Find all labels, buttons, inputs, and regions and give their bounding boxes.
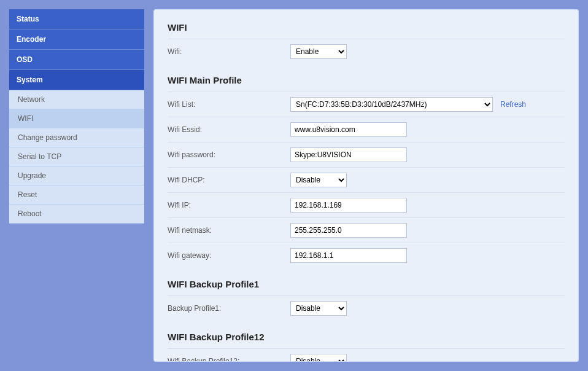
row-wifi-enable: Wifi: Enable (168, 39, 565, 64)
select-wifi-enable[interactable]: Enable (290, 44, 347, 59)
row-wifi-list: Wifi List: Sn(FC:D7:33:5B:D3:30/10dB/243… (168, 92, 565, 117)
select-wifi-dhcp[interactable]: Disable (290, 173, 347, 187)
heading-backup1: WIFI Backup Profile1 (168, 278, 565, 289)
select-backup-profile12[interactable]: Disable (290, 354, 347, 362)
nav-item-reboot[interactable]: Reboot (9, 205, 144, 224)
select-wifi-list[interactable]: Sn(FC:D7:33:5B:D3:30/10dB/2437MHz) (290, 97, 493, 112)
nav-item-wifi[interactable]: WIFI (9, 109, 144, 128)
row-wifi-password: Wifi password: (168, 142, 565, 167)
row-wifi-dhcp: Wifi DHCP: Disable (168, 167, 565, 192)
label-wifi-password: Wifi password: (168, 150, 290, 159)
nav-section-status[interactable]: Status (9, 9, 144, 29)
nav-item-upgrade[interactable]: Upgrade (9, 166, 144, 186)
refresh-link[interactable]: Refresh (500, 100, 526, 109)
input-wifi-ip[interactable] (290, 198, 407, 213)
row-wifi-netmask: Wifi netmask: (168, 217, 565, 243)
input-wifi-essid[interactable] (290, 122, 407, 137)
label-wifi: Wifi: (168, 47, 290, 56)
input-wifi-netmask[interactable] (290, 223, 407, 238)
heading-backup12: WIFI Backup Profile12 (168, 330, 565, 342)
row-backup-profile12: Wifi Backup Profile12: Disable (168, 348, 565, 362)
label-wifi-ip: Wifi IP: (168, 201, 290, 209)
row-backup-profile1: Backup Profile1: Disable (168, 295, 565, 321)
input-wifi-password[interactable] (290, 147, 407, 162)
app-layout: Status Encoder OSD System Network WIFI C… (9, 9, 579, 362)
label-wifi-list: Wifi List: (168, 100, 290, 109)
nav-item-reset[interactable]: Reset (9, 186, 144, 205)
sidebar: Status Encoder OSD System Network WIFI C… (9, 9, 144, 362)
heading-main-profile: WIFI Main Profile (168, 74, 565, 85)
nav-item-network[interactable]: Network (9, 90, 144, 109)
row-wifi-ip: Wifi IP: (168, 192, 565, 217)
label-wifi-essid: Wifi Essid: (168, 125, 290, 134)
nav-section-system[interactable]: System (9, 70, 144, 90)
heading-wifi: WIFI (168, 21, 565, 33)
row-wifi-essid: Wifi Essid: (168, 117, 565, 142)
input-wifi-gateway[interactable] (290, 248, 407, 263)
label-backup-profile1: Backup Profile1: (168, 304, 290, 313)
label-wifi-dhcp: Wifi DHCP: (168, 176, 290, 184)
label-wifi-netmask: Wifi netmask: (168, 226, 290, 235)
select-backup-profile1[interactable]: Disable (290, 301, 347, 316)
nav-item-serial-to-tcp[interactable]: Serial to TCP (9, 147, 144, 166)
nav-sub-system: Network WIFI Change password Serial to T… (9, 90, 144, 224)
nav-item-change-password[interactable]: Change password (9, 128, 144, 147)
label-backup-profile12: Wifi Backup Profile12: (168, 357, 290, 362)
content-panel: WIFI Wifi: Enable WIFI Main Profile Wifi… (153, 9, 579, 362)
label-wifi-gateway: Wifi gateway: (168, 251, 290, 260)
nav-section-encoder[interactable]: Encoder (9, 29, 144, 50)
nav-section-osd[interactable]: OSD (9, 50, 144, 70)
row-wifi-gateway: Wifi gateway: (168, 243, 565, 268)
